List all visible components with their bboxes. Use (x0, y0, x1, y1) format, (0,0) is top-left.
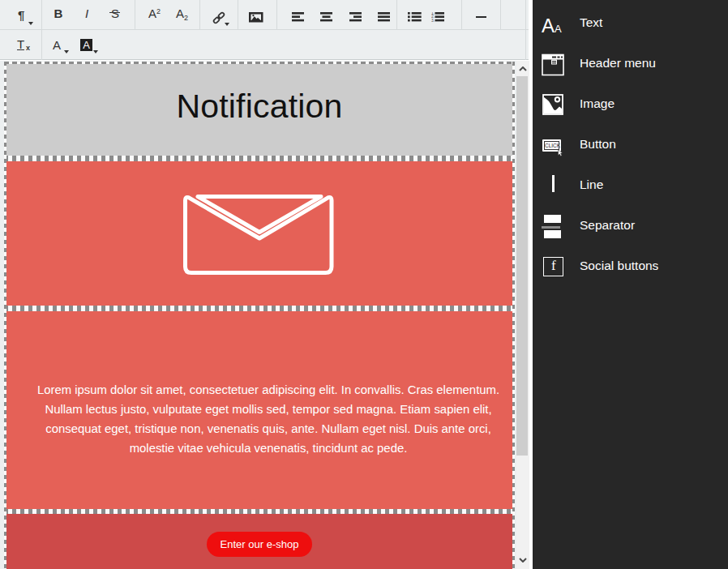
svg-text:3.: 3. (431, 18, 435, 22)
